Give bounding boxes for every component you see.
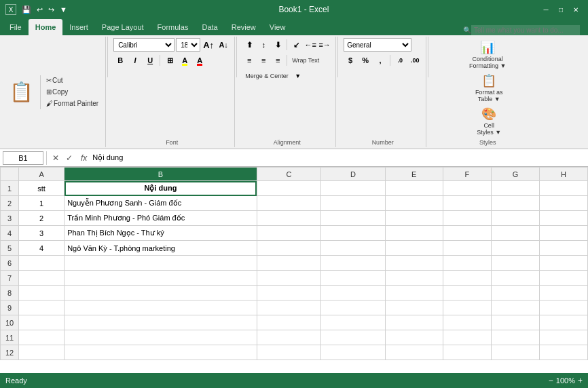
cell-b5[interactable]: Ngô Văn Kỳ - T.phòng marketing xyxy=(65,241,257,256)
restore-button[interactable]: □ xyxy=(554,3,568,16)
cell-h12[interactable] xyxy=(539,345,587,360)
customize-quick-access-button[interactable]: ▼ xyxy=(58,4,69,15)
cell-f10[interactable] xyxy=(443,315,491,330)
cell-h8[interactable] xyxy=(539,286,587,300)
row-header-12[interactable]: 12 xyxy=(1,345,19,360)
tab-page-layout[interactable]: Page Layout xyxy=(95,19,151,35)
paste-button[interactable]: 📋 xyxy=(7,75,36,109)
cell-c9[interactable] xyxy=(257,300,321,315)
tab-home[interactable]: Home xyxy=(29,19,63,35)
italic-button[interactable]: I xyxy=(128,54,142,67)
cell-h5[interactable] xyxy=(539,241,587,256)
cell-c7[interactable] xyxy=(257,271,321,286)
merge-dropdown-button[interactable]: ▼ xyxy=(291,69,305,83)
col-header-b[interactable]: B xyxy=(65,168,257,181)
row-header-10[interactable]: 10 xyxy=(1,315,19,330)
col-header-f[interactable]: F xyxy=(443,168,491,181)
currency-button[interactable]: $ xyxy=(344,54,357,67)
font-color-button[interactable]: A xyxy=(193,54,206,67)
cell-d5[interactable] xyxy=(321,241,386,256)
row-header-11[interactable]: 11 xyxy=(1,330,19,345)
cell-g10[interactable] xyxy=(491,315,539,330)
ribbon-search-input[interactable] xyxy=(471,25,580,35)
cell-e11[interactable] xyxy=(385,330,443,345)
cell-a3[interactable]: 2 xyxy=(19,211,65,226)
align-top-button[interactable]: ⬆ xyxy=(242,38,256,52)
cell-d12[interactable] xyxy=(321,345,386,360)
cell-f2[interactable] xyxy=(443,196,491,211)
percent-button[interactable]: % xyxy=(359,54,372,67)
cell-g2[interactable] xyxy=(491,196,539,211)
cell-d2[interactable] xyxy=(321,196,386,211)
wrap-text-button[interactable]: Wrap Text xyxy=(289,56,322,65)
cell-a10[interactable] xyxy=(19,315,65,330)
merge-center-button[interactable]: Merge & Center xyxy=(242,71,291,81)
formula-cancel-button[interactable]: ✕ xyxy=(50,152,62,164)
cell-styles-button[interactable]: 🎨 CellStyles ▼ xyxy=(472,104,506,138)
number-format-select[interactable]: General xyxy=(344,38,411,52)
conditional-formatting-button[interactable]: 📊 ConditionalFormatting ▼ xyxy=(466,38,509,71)
decrease-font-button[interactable]: A↓ xyxy=(217,38,230,52)
cell-c10[interactable] xyxy=(257,315,321,330)
align-center-button[interactable]: ≡ xyxy=(257,54,270,67)
formula-input[interactable] xyxy=(92,154,585,162)
cell-d6[interactable] xyxy=(321,256,386,271)
cell-g3[interactable] xyxy=(491,211,539,226)
cell-c12[interactable] xyxy=(257,345,321,360)
row-header-3[interactable]: 3 xyxy=(1,211,19,226)
cell-f4[interactable] xyxy=(443,226,491,241)
row-header-8[interactable]: 8 xyxy=(1,286,19,300)
cell-h7[interactable] xyxy=(539,271,587,286)
row-header-1[interactable]: 1 xyxy=(1,181,19,196)
cell-g7[interactable] xyxy=(491,271,539,286)
cell-d7[interactable] xyxy=(321,271,386,286)
format-painter-button[interactable]: 🖌 Format Painter xyxy=(43,98,101,109)
cell-f11[interactable] xyxy=(443,330,491,345)
tab-formulas[interactable]: Formulas xyxy=(151,19,196,35)
cell-c4[interactable] xyxy=(257,226,321,241)
cell-f12[interactable] xyxy=(443,345,491,360)
cell-d11[interactable] xyxy=(321,330,386,345)
cell-a5[interactable]: 4 xyxy=(19,241,65,256)
tab-view[interactable]: View xyxy=(263,19,293,35)
cell-f1[interactable] xyxy=(443,181,491,196)
cell-g1[interactable] xyxy=(491,181,539,196)
cell-f7[interactable] xyxy=(443,271,491,286)
col-header-a[interactable]: A xyxy=(19,168,65,181)
cell-d9[interactable] xyxy=(321,300,386,315)
cell-g12[interactable] xyxy=(491,345,539,360)
comma-button[interactable]: , xyxy=(373,54,387,67)
cell-d10[interactable] xyxy=(321,315,386,330)
zoom-out-button[interactable]: − xyxy=(549,376,553,385)
cell-f3[interactable] xyxy=(443,211,491,226)
underline-button[interactable]: U xyxy=(143,54,157,67)
row-header-5[interactable]: 5 xyxy=(1,241,19,256)
tab-file[interactable]: File xyxy=(3,19,29,35)
cell-d8[interactable] xyxy=(321,286,386,300)
cell-b8[interactable] xyxy=(65,286,257,300)
col-header-e[interactable]: E xyxy=(385,168,443,181)
row-header-9[interactable]: 9 xyxy=(1,300,19,315)
indent-decrease-button[interactable]: ←≡ xyxy=(304,38,317,52)
format-as-table-button[interactable]: 📋 Format asTable ▼ xyxy=(472,71,506,104)
cell-a4[interactable]: 3 xyxy=(19,226,65,241)
cell-c3[interactable] xyxy=(257,211,321,226)
cell-e12[interactable] xyxy=(385,345,443,360)
cell-b4[interactable]: Phan Thị Bích Ngọc - Thư ký xyxy=(65,226,257,241)
col-header-c[interactable]: C xyxy=(257,168,321,181)
align-bottom-button[interactable]: ⬇ xyxy=(271,38,284,52)
col-header-h[interactable]: H xyxy=(539,168,587,181)
cell-g4[interactable] xyxy=(491,226,539,241)
cell-e9[interactable] xyxy=(385,300,443,315)
cell-b10[interactable] xyxy=(65,315,257,330)
cell-e10[interactable] xyxy=(385,315,443,330)
cell-d4[interactable] xyxy=(321,226,386,241)
align-left-button[interactable]: ≡ xyxy=(242,54,256,67)
cell-c2[interactable] xyxy=(257,196,321,211)
tab-insert[interactable]: Insert xyxy=(62,19,95,35)
close-button[interactable]: ✕ xyxy=(569,3,583,16)
increase-font-button[interactable]: A↑ xyxy=(202,38,215,52)
align-middle-button[interactable]: ↕ xyxy=(257,38,270,52)
cut-button[interactable]: ✂ Cut xyxy=(43,75,101,85)
cell-a2[interactable]: 1 xyxy=(19,196,65,211)
